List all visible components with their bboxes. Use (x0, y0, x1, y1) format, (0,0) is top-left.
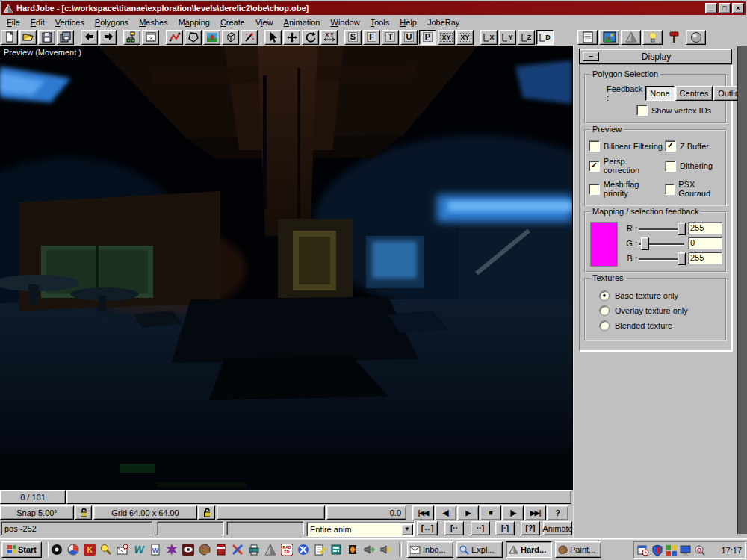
scheduler-tray-icon[interactable] (637, 544, 649, 556)
frame-counter[interactable]: 0 / 101 (0, 490, 66, 504)
properties-window-button[interactable]: ? (142, 30, 159, 45)
feedback-centres-button[interactable]: Centres (675, 86, 713, 101)
play-button[interactable]: ▶ (457, 505, 479, 520)
textured-polygon-button[interactable] (203, 30, 220, 45)
animate-button[interactable]: Animate (543, 521, 572, 535)
new-file-button[interactable] (1, 30, 18, 45)
menu-create[interactable]: Create (215, 17, 250, 28)
menu-mapping[interactable]: Mapping (173, 17, 215, 28)
frame-slider-track[interactable] (66, 490, 571, 504)
printer-icon[interactable] (248, 544, 260, 556)
next-frame-button[interactable]: |▶ (502, 505, 524, 520)
cone-preview-button[interactable] (621, 30, 641, 45)
blue-x-circle-icon[interactable] (297, 544, 309, 556)
open-file-button[interactable] (19, 30, 37, 45)
rad-ed-icon[interactable]: RADED (281, 544, 293, 556)
color-swatch[interactable] (590, 222, 618, 267)
color-x-app-icon[interactable] (232, 544, 244, 556)
green-value-field[interactable]: 0 (688, 237, 722, 249)
task-paint[interactable]: Paint... (555, 541, 601, 558)
red-slider-thumb[interactable] (678, 223, 686, 235)
image-viewer-button[interactable] (599, 30, 619, 45)
task-explorer[interactable]: Expl... (456, 541, 503, 558)
grid-xy-1-button[interactable]: XY (438, 30, 455, 45)
playback-help-button[interactable]: ? (547, 505, 568, 520)
blue-slider[interactable] (639, 252, 684, 264)
cube-tool-button[interactable] (222, 30, 239, 45)
grid-indicator[interactable]: Grid 64.00 x 64.00 (93, 505, 197, 520)
select-tool-button[interactable] (264, 30, 282, 45)
axis-z-button[interactable]: Z (518, 30, 535, 45)
go-first-frame-button[interactable]: |◀◀ (412, 505, 434, 520)
mesh-flag-priority-checkbox[interactable] (589, 184, 600, 195)
redo-icon-button[interactable] (99, 30, 117, 45)
rotate-tool-button[interactable] (302, 30, 319, 45)
hierarchy-button[interactable] (123, 30, 140, 45)
word-icon[interactable]: W (133, 544, 145, 556)
combo-dropdown-arrow[interactable]: ▼ (401, 524, 413, 535)
find-icon[interactable] (100, 544, 112, 556)
snap-lock-button[interactable] (75, 505, 92, 520)
psx-gouraud-checkbox[interactable] (665, 184, 675, 195)
start-button[interactable]: Start (1, 541, 42, 558)
task-inbox[interactable]: Inbo... (407, 541, 453, 558)
mode-s-button[interactable]: S (344, 30, 362, 45)
menu-file[interactable]: File (1, 17, 25, 28)
mode-t-button[interactable]: T (382, 30, 399, 45)
prev-frame-button[interactable]: ◀| (435, 505, 456, 520)
stop-button[interactable]: ■ (480, 505, 501, 520)
word-doc-icon[interactable]: W (149, 544, 161, 556)
starburst-app-icon[interactable] (166, 544, 178, 556)
green-slider[interactable] (639, 237, 684, 249)
blue-value-field[interactable]: 255 (688, 252, 722, 264)
notes-button[interactable] (577, 30, 598, 45)
task-hardjobe[interactable]: Hard... (506, 541, 552, 558)
mode-p-button[interactable]: P (419, 30, 436, 45)
menu-polygons[interactable]: Polygons (90, 17, 134, 28)
green-slider-thumb[interactable] (641, 237, 649, 250)
blended-texture-radio[interactable] (599, 320, 610, 331)
anim-end-button[interactable]: ··] (471, 521, 490, 535)
animation-range-combo[interactable]: Entire anim ▼ (306, 522, 415, 537)
menu-window[interactable]: Window (325, 17, 365, 28)
axis-y-button[interactable]: Y (499, 30, 516, 45)
antivirus-shield-tray-icon[interactable] (651, 544, 663, 556)
calculator-icon[interactable] (330, 544, 342, 556)
anim-help-button[interactable]: [?] (521, 521, 540, 535)
grid-lock-button[interactable] (198, 505, 215, 520)
grid-xy-2-button[interactable]: XY (456, 30, 474, 45)
mode-f-button[interactable]: F (363, 30, 380, 45)
axis-x-button[interactable]: X (480, 30, 498, 45)
mail-schedule-icon[interactable] (117, 544, 128, 556)
lighting-button[interactable] (642, 30, 663, 45)
save-all-button[interactable] (57, 30, 74, 45)
audio-in-icon[interactable] (379, 544, 391, 556)
red-book-icon[interactable] (215, 544, 227, 556)
media-app-icon[interactable]: K (84, 544, 96, 556)
overlay-texture-radio[interactable] (599, 305, 610, 316)
bilinear-filtering-checkbox[interactable] (589, 140, 600, 152)
menu-edit[interactable]: Edit (25, 17, 50, 28)
eye-app-icon[interactable] (182, 544, 194, 556)
feedback-none-button[interactable]: None (645, 86, 674, 101)
collapse-button[interactable]: – (583, 52, 599, 61)
base-texture-radio[interactable]: ● (599, 290, 610, 301)
display-rollup-header[interactable]: – Display (579, 49, 732, 64)
menu-vertices[interactable]: Vertices (50, 17, 90, 28)
polygon-tool-button[interactable] (185, 30, 202, 45)
snap-indicator[interactable]: Snap 5.00° (0, 505, 74, 520)
red-value-field[interactable]: 255 (688, 222, 722, 234)
anim-range-button[interactable]: [↔] (417, 521, 438, 535)
menu-meshes[interactable]: Meshes (134, 17, 173, 28)
anim-start-button[interactable]: [·· (444, 521, 464, 535)
audio-out-icon[interactable] (363, 544, 375, 556)
persp-correction-checkbox[interactable]: ✓ (589, 161, 600, 172)
axis-d-button[interactable]: D (536, 30, 554, 45)
spline-tool-button[interactable] (166, 30, 183, 45)
preview-viewport[interactable]: Preview (Movement ) (0, 46, 573, 490)
save-button[interactable] (38, 30, 55, 45)
minimize-button[interactable]: _ (705, 3, 717, 13)
hardjobe-cone-icon[interactable] (264, 544, 276, 556)
magnifier-q-tray-icon[interactable]: Q (694, 544, 706, 556)
sphere-render-button[interactable] (686, 30, 706, 45)
